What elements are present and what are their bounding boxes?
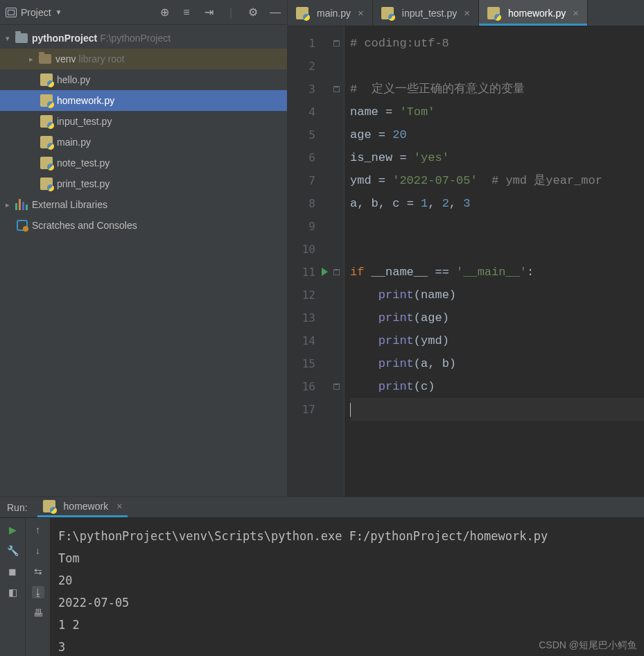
project-tree: ▾ pythonProject F:\pythonProject ▸ venv … (0, 25, 287, 497)
fold-column[interactable] (331, 26, 345, 497)
python-icon (487, 7, 500, 19)
tree-venv[interactable]: ▸ venv library root (0, 49, 287, 69)
run-header: Run: homework × (0, 497, 644, 518)
project-icon (6, 8, 17, 17)
project-sidebar: Project ▼ ⊕ ≡ ⇥ | ⚙ — ▾ pythonProject F:… (0, 0, 288, 497)
file-name: input_test.py (57, 116, 112, 127)
run-toolbar-2: ↑ ↓ ⇆ ⭳ 🖶 (25, 518, 50, 656)
arrow-down-icon: ▾ (6, 34, 15, 43)
editor-tab[interactable]: main.py× (288, 0, 373, 26)
close-icon[interactable]: × (358, 7, 364, 19)
tab-label: main.py (317, 8, 351, 19)
wrap-icon[interactable]: ⇆ (32, 565, 44, 578)
tree-file[interactable]: main.py (0, 132, 287, 153)
file-name: main.py (57, 137, 91, 148)
divider: | (225, 6, 237, 19)
target-icon[interactable]: ⊕ (158, 6, 171, 19)
python-icon (40, 74, 53, 86)
close-icon[interactable]: × (573, 7, 579, 19)
arrow-right-icon: ▸ (29, 55, 39, 64)
code-editor[interactable]: # coding:utf-8 # 定义一些正确的有意义的变量name = 'To… (345, 26, 644, 497)
tree-file[interactable]: input_test.py (0, 111, 287, 132)
tree-external[interactable]: ▸ External Libraries (0, 194, 287, 215)
hide-icon[interactable]: — (269, 6, 281, 19)
python-icon (296, 7, 308, 19)
tree-file[interactable]: print_test.py (0, 173, 287, 194)
editor-tab[interactable]: homework.py× (479, 0, 588, 26)
external-label: External Libraries (32, 199, 107, 210)
file-name: homework.py (57, 95, 114, 106)
tree-file[interactable]: note_test.py (0, 153, 287, 173)
python-icon (40, 178, 53, 190)
tab-label: homework.py (508, 8, 566, 19)
file-name: hello.py (57, 74, 90, 85)
root-path: F:\pythonProject (100, 33, 171, 44)
up-icon[interactable]: ↑ (32, 524, 44, 536)
expand-icon[interactable]: ≡ (180, 6, 193, 19)
library-icon (15, 199, 28, 210)
python-icon (43, 500, 55, 512)
python-icon (40, 136, 53, 148)
close-icon[interactable]: × (464, 7, 470, 19)
layout-icon[interactable]: ◧ (6, 586, 19, 598)
sidebar-title: Project (21, 7, 51, 18)
chevron-down-icon[interactable]: ▼ (55, 8, 62, 16)
scroll-icon[interactable]: ⭳ (32, 586, 44, 598)
tab-label: input_test.py (402, 8, 457, 19)
wrench-icon[interactable]: 🔧 (6, 544, 19, 557)
run-label: Run: (7, 502, 28, 513)
venv-name: venv (55, 53, 76, 64)
editor-tab[interactable]: input_test.py× (373, 0, 479, 26)
down-icon[interactable]: ↓ (32, 544, 44, 557)
tree-file[interactable]: hello.py (0, 69, 287, 90)
folder-icon (15, 33, 28, 43)
line-gutter[interactable]: 1234567891011121314151617 (288, 26, 331, 497)
root-name: pythonProject (32, 33, 97, 44)
tree-root[interactable]: ▾ pythonProject F:\pythonProject (0, 28, 287, 49)
print-icon[interactable]: 🖶 (32, 607, 44, 619)
close-icon[interactable]: × (116, 501, 122, 512)
sidebar-header: Project ▼ ⊕ ≡ ⇥ | ⚙ — (0, 0, 287, 25)
arrow-right-icon: ▸ (6, 200, 15, 209)
run-tab-label: homework (64, 501, 109, 512)
watermark: CSDN @短尾巴小鳄鱼 (539, 639, 637, 652)
python-icon (40, 157, 53, 169)
run-panel: Run: homework × ▶ 🔧 ◼ ◧ ↑ ↓ ⇆ ⭳ 🖶 F:\pyt… (0, 497, 644, 656)
play-icon[interactable]: ▶ (6, 524, 19, 536)
folder-icon (39, 54, 51, 64)
editor-tabs: main.py×input_test.py×homework.py× (288, 0, 644, 26)
editor-area: main.py×input_test.py×homework.py× 12345… (288, 0, 644, 497)
run-toolbar-left: ▶ 🔧 ◼ ◧ (0, 518, 25, 656)
stop-icon[interactable]: ◼ (6, 565, 19, 578)
tree-file[interactable]: homework.py (0, 90, 287, 111)
collapse-icon[interactable]: ⇥ (202, 6, 215, 19)
console-output[interactable]: F:\pythonProject\venv\Scripts\python.exe… (50, 518, 644, 656)
tree-scratches[interactable]: Scratches and Consoles (0, 215, 287, 236)
scratch-icon (17, 220, 28, 231)
python-icon (40, 115, 53, 128)
python-icon (40, 94, 53, 107)
python-icon (381, 7, 394, 19)
run-tab[interactable]: homework × (37, 497, 128, 517)
file-name: note_test.py (57, 157, 110, 169)
venv-hint: library root (79, 53, 125, 64)
gear-icon[interactable]: ⚙ (247, 6, 259, 19)
scratches-label: Scratches and Consoles (32, 220, 137, 231)
file-name: print_test.py (57, 178, 110, 189)
